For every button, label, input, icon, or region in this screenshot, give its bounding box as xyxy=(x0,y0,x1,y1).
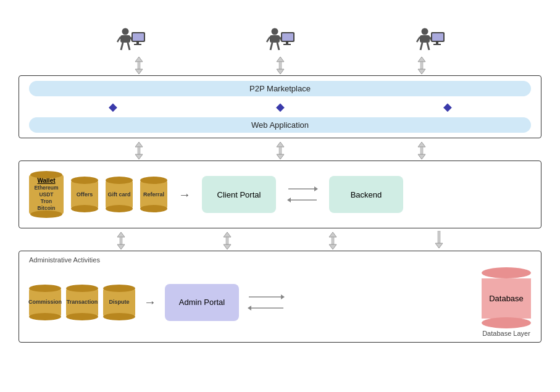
p2p-marketplace-label: P2P Marketplace xyxy=(29,81,531,96)
svg-marker-30 xyxy=(135,57,143,62)
admin-layer-box: Administrative Activities Commission Tra… xyxy=(19,251,541,343)
giftcard-top xyxy=(106,177,133,184)
arrow-right-line-2 xyxy=(248,293,285,301)
referral-bottom xyxy=(140,205,167,212)
commission-label: Commission xyxy=(28,299,62,306)
user-icon-2 xyxy=(264,27,296,56)
p2p-marketplace-box: P2P Marketplace ◆ ◆ ◆ Web Application xyxy=(19,75,541,138)
svg-marker-64 xyxy=(281,294,285,299)
arrow-row-2 xyxy=(19,141,541,161)
svg-line-6 xyxy=(121,43,123,50)
dispute-bottom xyxy=(103,313,135,320)
svg-rect-3 xyxy=(133,33,144,41)
svg-point-20 xyxy=(421,28,428,35)
svg-rect-34 xyxy=(279,62,282,69)
svg-point-10 xyxy=(272,28,278,35)
svg-rect-1 xyxy=(120,35,130,43)
user-1 xyxy=(114,27,146,56)
svg-rect-37 xyxy=(420,62,423,69)
svg-line-16 xyxy=(270,43,272,50)
client-portal-box: Client Portal xyxy=(202,176,276,213)
double-arrow-admin-db xyxy=(248,293,285,312)
dispute-body: Dispute xyxy=(103,288,135,317)
arrow-updown-6 xyxy=(416,142,427,159)
svg-rect-40 xyxy=(138,147,140,154)
arrow-updown-3 xyxy=(416,57,427,74)
wallet-body: Wallet EthereumUSDTTronBitcoin xyxy=(29,175,64,214)
arrow-to-admin-portal: → xyxy=(144,295,156,309)
svg-marker-55 xyxy=(224,232,231,237)
svg-marker-60 xyxy=(329,244,336,249)
arrow-row-3 xyxy=(19,231,541,251)
transaction-label: Transaction xyxy=(67,299,98,306)
svg-rect-5 xyxy=(134,44,141,45)
svg-line-26 xyxy=(420,43,422,50)
client-portal-label: Client Portal xyxy=(217,190,261,199)
webapp-label: Web Application xyxy=(29,117,531,133)
diamond-icon-1: ◆ xyxy=(109,100,117,114)
admin-inner: Commission Transaction Dispute xyxy=(29,267,531,337)
user-icon-3 xyxy=(414,27,446,56)
arrow-updown-5 xyxy=(275,142,286,159)
svg-marker-44 xyxy=(277,154,284,159)
arrow-updown-1 xyxy=(133,57,144,74)
transaction-cylinder: Transaction xyxy=(66,281,98,324)
svg-marker-66 xyxy=(248,306,251,311)
dispute-cylinder: Dispute xyxy=(103,281,135,324)
svg-marker-47 xyxy=(418,154,425,159)
svg-rect-46 xyxy=(420,147,423,154)
svg-line-8 xyxy=(117,37,120,42)
svg-marker-38 xyxy=(418,69,425,74)
svg-rect-21 xyxy=(420,35,430,43)
svg-marker-42 xyxy=(277,142,284,147)
client-layer-box: Wallet EthereumUSDTTronBitcoin Offers Gi… xyxy=(19,161,541,228)
svg-line-18 xyxy=(267,37,270,42)
svg-rect-11 xyxy=(270,35,280,43)
diagram-container: P2P Marketplace ◆ ◆ ◆ Web Application xyxy=(0,0,560,392)
svg-marker-39 xyxy=(135,142,143,147)
arrow-row-1 xyxy=(19,56,541,75)
database-cylinder: Database xyxy=(482,267,531,328)
transaction-bottom xyxy=(66,313,98,320)
arrow-left-line-2 xyxy=(248,304,285,312)
svg-line-17 xyxy=(277,43,279,50)
svg-rect-59 xyxy=(332,237,334,244)
commission-body: Commission xyxy=(29,288,61,317)
svg-point-0 xyxy=(122,28,129,35)
user-icon-1 xyxy=(114,27,146,56)
dispute-top xyxy=(103,285,135,292)
arrow-left-line xyxy=(287,196,318,204)
admin-section-label: Administrative Activities xyxy=(29,256,531,264)
svg-line-27 xyxy=(427,43,429,50)
user-2 xyxy=(264,27,296,56)
svg-rect-23 xyxy=(432,33,443,41)
svg-marker-49 xyxy=(314,186,318,191)
transaction-body: Transaction xyxy=(66,288,98,317)
svg-rect-56 xyxy=(226,237,228,244)
users-row xyxy=(19,6,541,56)
offers-top xyxy=(71,177,98,184)
arrow-to-portal: → xyxy=(178,188,191,202)
svg-rect-25 xyxy=(433,44,441,45)
double-arrow-client-backend xyxy=(287,185,318,204)
svg-marker-54 xyxy=(117,244,125,249)
wallet-cylinder: Wallet EthereumUSDTTronBitcoin xyxy=(29,167,64,222)
diamond-icon-3: ◆ xyxy=(443,100,452,114)
offers-bottom xyxy=(71,205,98,212)
arrow-updown-9 xyxy=(327,232,338,249)
svg-marker-51 xyxy=(287,198,291,202)
svg-line-7 xyxy=(128,43,130,50)
database-label: Database xyxy=(489,294,524,303)
arrow-updown-2 xyxy=(275,57,286,74)
backend-label: Backend xyxy=(351,190,382,199)
giftcard-label: Gift card xyxy=(107,191,130,198)
svg-rect-13 xyxy=(282,33,293,41)
commission-cylinder: Commission xyxy=(29,281,61,324)
admin-portal-label: Admin Portal xyxy=(179,298,225,307)
svg-marker-52 xyxy=(117,232,125,237)
svg-marker-45 xyxy=(418,142,425,147)
arrow-down-only xyxy=(433,231,445,251)
db-bottom xyxy=(482,317,531,328)
database-layer-label: Database Layer xyxy=(482,330,530,337)
giftcard-cylinder: Gift card xyxy=(106,173,133,216)
